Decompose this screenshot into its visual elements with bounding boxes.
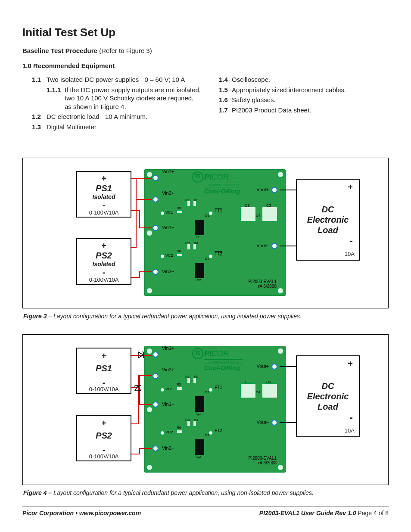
wire	[139, 448, 152, 449]
ft2-label: FT2	[215, 252, 222, 256]
plus-icon: +	[77, 241, 131, 251]
vin1m-label: Vin1−	[162, 401, 174, 407]
item-num: 1.1	[32, 75, 47, 84]
isolated-label: Isolated	[77, 193, 131, 200]
q1-label: Q1	[196, 412, 201, 416]
q2-label: Q2	[196, 278, 201, 282]
item-text: Safety glasses.	[232, 96, 276, 104]
figure-3-box: + PS1 Isolated - 0-100V/10A + PS2 Isolat…	[22, 158, 389, 308]
wire	[139, 375, 152, 376]
voutm-terminal	[271, 420, 277, 426]
d2-label: D2	[205, 257, 209, 261]
svg-marker-0	[138, 352, 143, 358]
q1-chip	[195, 220, 204, 235]
figure-4-diagram: + PS1 - 0-100V/10A + PS2 - 0-100V/10A + …	[29, 341, 382, 479]
r3-label: R3	[185, 418, 190, 422]
figure-4-bold: Figure 4 –	[23, 489, 52, 496]
item-1-2: 1.2 DC electronic load - 10 A minimum.	[32, 112, 202, 121]
ps2-range: 0-100V/10A	[77, 453, 131, 460]
voutp-label: Vout+	[257, 364, 269, 369]
vc2-tp	[160, 431, 165, 435]
screw-icon	[277, 171, 283, 177]
ps1-range: 0-100V/10A	[77, 386, 131, 392]
item-1-3: 1.3 Digital Multimeter	[32, 123, 202, 131]
screw-icon	[146, 288, 153, 294]
item-num: 1.7	[219, 106, 232, 115]
d2-label: D2	[205, 433, 209, 437]
r5	[177, 210, 183, 214]
wire	[139, 227, 152, 228]
d1-label: D1	[205, 390, 209, 394]
vc2-tp	[160, 254, 165, 258]
right-column: 1.4 Oscilloscope. 1.5 Appropriately size…	[219, 75, 389, 133]
item-1-6: 1.6 Safety glasses.	[219, 96, 389, 104]
screw-icon	[277, 464, 283, 470]
load-line3: Load	[318, 225, 338, 235]
ft1-label: FT1	[215, 385, 222, 390]
r5-label: R5	[177, 206, 181, 210]
vin1p-label: Vin1+	[162, 169, 174, 174]
c4-label: C4	[256, 390, 260, 394]
ps2-label: PS2	[77, 431, 131, 441]
r3-label: R3	[185, 241, 190, 245]
picor-logo: PICOR A Vicor Subsidiary Cool-ORing	[192, 171, 243, 195]
item-num: 1.5	[219, 86, 232, 94]
pi-icon	[192, 348, 203, 359]
r4-label: R4	[194, 418, 198, 422]
item-1-4: 1.4 Oscilloscope.	[219, 75, 389, 84]
svg-marker-3	[135, 386, 141, 391]
item-text: DC electronic load - 10 A minimum.	[47, 112, 147, 121]
item-num: 1.3	[32, 123, 47, 131]
screw-icon	[277, 348, 283, 354]
wire	[139, 271, 152, 272]
ps2-label: PS2	[77, 251, 131, 261]
screw-icon	[146, 464, 153, 470]
c5-cap	[240, 207, 256, 221]
vc2-label: VC2	[165, 430, 173, 434]
ps1-range: 0-100V/10A	[77, 209, 131, 216]
wire	[136, 178, 137, 199]
vicor-sub: A Vicor Subsidiary	[204, 183, 243, 187]
isolated-label: Isolated	[77, 261, 131, 268]
vin1p-terminal	[153, 175, 159, 181]
r4-label: R4	[194, 241, 198, 245]
vin2p-label: Vin2+	[162, 367, 174, 372]
r6-label: R6	[177, 426, 181, 429]
item-1-7: 1.7 PI2003 Product Data sheet.	[219, 106, 389, 115]
item-text: If the DC power supply outputs are not i…	[65, 86, 202, 111]
item-num: 1.1.1	[47, 86, 65, 111]
c3-label: C3	[266, 203, 271, 208]
item-text: Appropriately sized interconnect cables.	[232, 86, 346, 94]
baseline-refer: (Refer to Figure 3)	[97, 47, 152, 54]
cool-oring: Cool-ORing	[204, 187, 243, 195]
vin1p-terminal	[153, 352, 159, 358]
wire	[139, 271, 140, 277]
screw-icon	[146, 407, 153, 413]
minus-icon: -	[77, 268, 131, 277]
page-footer: Picor Corporation • www.picorpower.com P…	[22, 507, 389, 516]
item-1-5: 1.5 Appropriately sized interconnect cab…	[219, 86, 389, 94]
c5-label: C5	[245, 203, 250, 208]
q1-chip	[195, 396, 204, 412]
ps1-box: + PS1 - 0-100V/10A	[76, 348, 131, 394]
vc1-tp	[160, 388, 165, 392]
screw-icon	[146, 230, 153, 236]
q1-label: Q1	[196, 235, 201, 239]
item-num: 1.4	[219, 75, 232, 84]
vin2m-terminal	[153, 445, 159, 451]
pcb-rev: PI2003-EVAL1 rA 6/2008	[249, 279, 277, 289]
screw-icon	[146, 171, 153, 177]
r5-label: R5	[177, 383, 181, 386]
figure-3-caption: Figure 3 – Layout configuration for a ty…	[23, 313, 389, 320]
vin1m-terminal	[153, 225, 159, 231]
r5	[177, 387, 183, 390]
q2-label: Q2	[196, 455, 201, 459]
item-num: 1.6	[219, 96, 232, 104]
wire	[136, 199, 137, 247]
ft2-label: FT2	[215, 428, 222, 433]
c3-cap	[262, 207, 277, 221]
r6	[177, 430, 183, 433]
vin2p-terminal	[153, 196, 159, 202]
figure-4-box: + PS1 - 0-100V/10A + PS2 - 0-100V/10A + …	[22, 334, 389, 485]
wire	[139, 448, 140, 454]
